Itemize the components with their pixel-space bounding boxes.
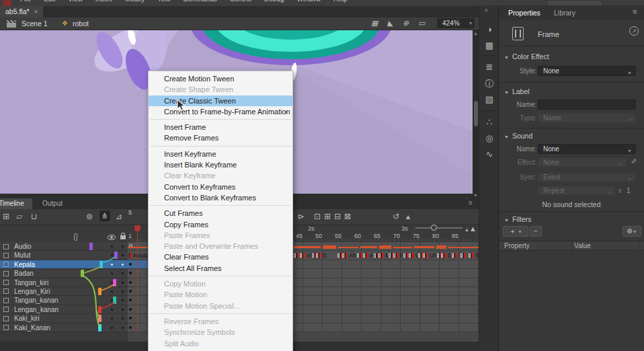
sound-sync-select[interactable]: Event▼ [538, 172, 636, 182]
menubar-item[interactable]: Help [333, 0, 348, 3]
menubar-item[interactable]: Text [157, 0, 169, 3]
menu-item[interactable]: Insert Frame [149, 122, 292, 132]
style-select[interactable]: None▼ [538, 66, 636, 76]
visibility-dot[interactable] [111, 309, 113, 311]
menu-item[interactable]: Paste Frames [149, 230, 292, 241]
rig-marker[interactable] [81, 270, 84, 277]
tab-properties[interactable]: Properties [508, 5, 540, 20]
tab-output[interactable]: Output [35, 198, 70, 209]
help-icon[interactable]: ↗ [629, 26, 639, 36]
paint-bucket-icon[interactable]: ◣ [387, 19, 393, 28]
menubar-item[interactable]: View [68, 0, 83, 3]
section-sound[interactable]: ▼Sound [504, 132, 532, 140]
lock-dot[interactable] [122, 290, 124, 292]
menu-item[interactable]: Convert to Keyframes [149, 182, 292, 192]
visibility-dot[interactable] [111, 290, 113, 292]
section-label[interactable]: ▼Label [504, 87, 530, 95]
keyframe-indicator[interactable] [129, 272, 132, 274]
new-layer-icon[interactable]: ⊞ [3, 212, 9, 221]
collapse-rows-icon[interactable]: ▴ [406, 212, 410, 221]
lock-dot[interactable] [122, 327, 124, 329]
eye-visibility-icon[interactable] [108, 235, 116, 240]
camera-icon[interactable]: ⊚ [86, 212, 93, 221]
menu-item[interactable]: Split Audio [149, 338, 292, 349]
panel-menu-icon[interactable]: ≡ [633, 7, 637, 15]
visibility-dot[interactable] [111, 317, 113, 319]
Kaki_Kanan[interactable]: Kaki_Kanan [0, 323, 128, 332]
menu-item[interactable]: Create Classic Tween [149, 95, 292, 106]
rig-marker[interactable] [113, 297, 116, 304]
menu-item[interactable]: Paste Motion Special... [149, 301, 292, 311]
info-panel-icon[interactable]: ⓘ [479, 78, 499, 90]
add-filter-button[interactable]: ＋ ▼ [503, 226, 528, 237]
transform-panel-icon[interactable]: ▧ [479, 94, 499, 104]
lock-dot[interactable] [122, 309, 124, 311]
rig-marker[interactable] [98, 324, 102, 332]
onion-skin-outline-icon[interactable]: ⊡ [314, 212, 321, 221]
visibility-dot[interactable] [111, 327, 113, 329]
document-tab[interactable]: ab5.fla*× [0, 6, 43, 17]
menu-item[interactable]: Insert Keyframe [149, 149, 292, 159]
Badan[interactable]: Badan [0, 269, 128, 278]
keyframe-indicator[interactable] [129, 290, 132, 292]
layer-name[interactable]: Kepala [14, 261, 35, 269]
align-panel-icon[interactable]: ≣ [479, 62, 499, 72]
Tangan_kanan[interactable]: Tangan_kanan [0, 296, 128, 305]
menu-item[interactable]: Synchronize Symbols [149, 327, 292, 338]
Tangan_kiri[interactable]: Tangan_kiri [0, 278, 128, 287]
rig-parenting-view-icon[interactable]: ⋔ [99, 210, 110, 221]
tab-timeline[interactable]: Timeline [0, 198, 32, 209]
rig-marker[interactable] [98, 315, 102, 322]
menu-item[interactable]: Select All Frames [149, 263, 292, 274]
menu-item[interactable] [150, 119, 291, 120]
color-panel-icon[interactable]: ◑ [479, 24, 499, 34]
cc-libraries-panel-icon[interactable]: ◎ [479, 133, 499, 143]
repeat-times-value[interactable]: 1 [627, 187, 631, 194]
panel-menu-icon[interactable]: ≡ [469, 199, 473, 206]
lock-column-icon[interactable] [120, 235, 126, 239]
scroll-down-icon[interactable]: ▼ [473, 193, 478, 198]
layer-name[interactable]: Audio [14, 243, 32, 251]
Lengan_Kiri[interactable]: Lengan_Kiri [0, 287, 128, 296]
menu-item[interactable]: Convert to Blank Keyframes [149, 192, 292, 203]
keyframe-label[interactable]: S [469, 252, 479, 259]
loop-playback-icon[interactable]: ↺ [393, 212, 399, 221]
lock-dot[interactable] [122, 245, 124, 247]
menu-item[interactable]: Clear Keyframe [149, 170, 292, 181]
layer-name[interactable]: Badan [14, 270, 34, 278]
layer-name[interactable]: Tangan_kanan [14, 297, 58, 305]
sound-repeat-select[interactable]: Repeat▼ [538, 186, 616, 196]
breadcrumb-symbol[interactable]: robot [73, 20, 89, 28]
keyframe-indicator[interactable] [129, 326, 132, 329]
visibility-dot[interactable] [111, 272, 113, 274]
layer-name[interactable]: Lengan_kanan [14, 306, 58, 314]
keyframe-indicator[interactable] [129, 317, 132, 319]
rig-marker[interactable] [98, 288, 102, 295]
onion-skin-icon[interactable]: ⊞ [324, 212, 331, 221]
menu-item[interactable]: Copy Frames [149, 219, 292, 230]
menu-item[interactable]: Insert Blank Keyframe [149, 159, 292, 170]
scroll-up-icon[interactable]: ▲ [473, 31, 478, 36]
layer-name[interactable]: Tangan_kiri [14, 279, 48, 287]
menubar-item[interactable]: Commands [183, 0, 217, 3]
tab-library[interactable]: Library [554, 5, 575, 20]
delete-layer-icon[interactable]: ⊔ [31, 212, 37, 221]
keyframe-label[interactable]: S [316, 252, 327, 259]
sound-name-select[interactable]: None▼ [538, 144, 636, 154]
menu-item[interactable]: Create Motion Tween [149, 73, 292, 84]
edit-multiple-frames-icon[interactable]: ⊠ [344, 212, 351, 221]
visibility-dot[interactable] [111, 264, 113, 266]
new-folder-icon[interactable]: ▱ [16, 212, 22, 221]
collapse-dock-icon[interactable]: « [485, 7, 488, 13]
lock-dot[interactable] [122, 254, 124, 256]
lock-dot[interactable] [122, 317, 124, 319]
menu-item[interactable] [150, 276, 291, 276]
sound-effect-select[interactable]: None▼ [538, 157, 627, 167]
keyframe-label[interactable]: Ah [342, 252, 356, 259]
zoom-level-select[interactable]: 424% ▾ [437, 18, 475, 28]
edit-envelope-pencil-icon[interactable]: ✎ [631, 157, 637, 166]
export-frames-icon[interactable]: ⊳ [298, 212, 305, 221]
scrollbar-thumb[interactable] [474, 101, 478, 126]
keyframe-indicator[interactable] [129, 308, 132, 311]
section-color-effect[interactable]: ▼Color Effect [504, 52, 549, 61]
